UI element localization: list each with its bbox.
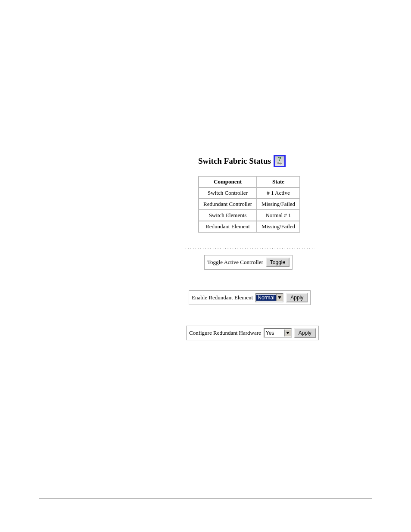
help-icon-question: ? <box>278 157 281 161</box>
cell-state: Missing/Failed <box>257 199 299 209</box>
cell-state: Normal # 1 <box>257 210 299 221</box>
svg-marker-0 <box>278 296 281 299</box>
chevron-down-icon <box>284 330 291 336</box>
configure-redundant-select[interactable]: Yes <box>264 328 292 338</box>
toggle-controller-label: Toggle Active Controller <box>207 259 263 266</box>
help-icon[interactable]: ? Help <box>274 155 286 167</box>
svg-marker-1 <box>286 332 290 334</box>
status-table: Component State Switch Controller # 1 Ac… <box>198 176 300 233</box>
cell-component: Redundant Element <box>199 221 256 232</box>
configure-redundant-box: Configure Redundant Hardware Yes Apply <box>186 326 319 340</box>
bottom-rule <box>39 498 372 498</box>
configure-redundant-value: Yes <box>265 330 284 336</box>
cell-state: Missing/Failed <box>257 221 299 232</box>
page-title: Switch Fabric Status <box>198 156 271 166</box>
col-component: Component <box>199 177 256 187</box>
enable-redundant-label: Enable Redundant Element <box>192 294 253 301</box>
toggle-controller-box: Toggle Active Controller Toggle <box>204 255 293 270</box>
help-icon-inner: ? Help <box>275 156 284 166</box>
chevron-down-icon <box>276 294 283 301</box>
table-header-row: Component State <box>199 177 299 187</box>
table-row: Redundant Controller Missing/Failed <box>199 199 299 209</box>
table-row: Redundant Element Missing/Failed <box>199 221 299 232</box>
top-rule <box>39 39 372 39</box>
toggle-button[interactable]: Toggle <box>266 258 290 267</box>
table-row: Switch Elements Normal # 1 <box>199 210 299 221</box>
enable-redundant-select[interactable]: Normal <box>255 293 283 302</box>
col-state: State <box>257 177 299 187</box>
configure-apply-button[interactable]: Apply <box>294 328 316 338</box>
cell-component: Switch Controller <box>199 188 256 198</box>
cell-component: Redundant Controller <box>199 199 256 209</box>
configure-redundant-label: Configure Redundant Hardware <box>189 330 261 336</box>
title-row: Switch Fabric Status ? Help <box>198 155 314 167</box>
cell-component: Switch Elements <box>199 210 256 221</box>
cell-state: # 1 Active <box>257 188 299 198</box>
table-row: Switch Controller # 1 Active <box>199 188 299 198</box>
help-icon-label: Help <box>277 161 282 165</box>
separator-dots: ........................................… <box>185 245 314 250</box>
enable-apply-button[interactable]: Apply <box>286 293 308 302</box>
enable-redundant-value: Normal <box>256 295 276 301</box>
enable-redundant-box: Enable Redundant Element Normal Apply <box>189 290 311 305</box>
figure-container: Switch Fabric Status ? Help Component St… <box>185 155 314 340</box>
